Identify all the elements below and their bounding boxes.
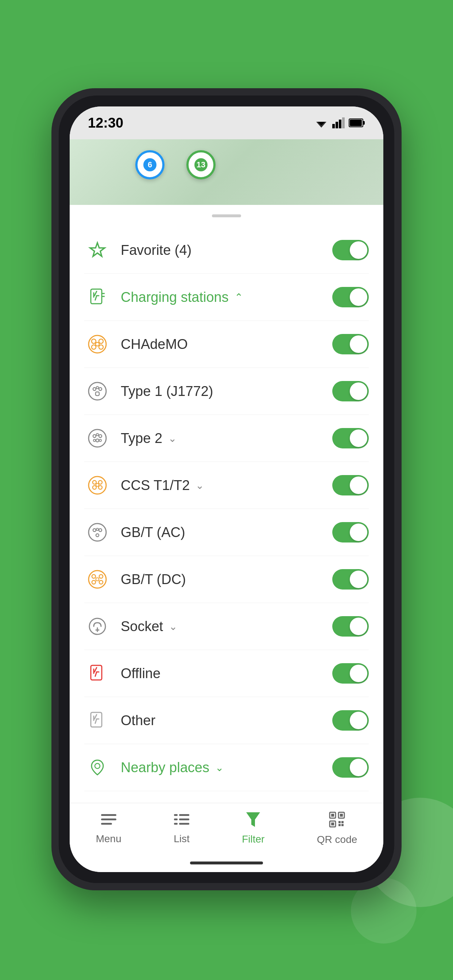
svg-point-18 [99, 339, 103, 344]
svg-point-45 [89, 571, 106, 588]
filter-item-type2: Type 2 ⌄ [84, 415, 369, 462]
toggle-gbt-dc[interactable] [332, 569, 369, 590]
toggle-ccs[interactable] [332, 475, 369, 495]
status-bar: 12:30 [70, 107, 383, 139]
toggle-type1[interactable] [332, 381, 369, 401]
svg-line-13 [95, 296, 97, 300]
svg-point-29 [99, 434, 102, 438]
toggle-type2[interactable] [332, 428, 369, 449]
type1-label: Type 1 (J1772) [121, 383, 322, 399]
svg-point-22 [89, 382, 106, 400]
svg-point-17 [91, 339, 96, 344]
filter-item-other: Other [84, 697, 369, 744]
svg-point-32 [99, 439, 101, 442]
svg-rect-66 [101, 818, 116, 820]
charging-stations-label: Charging stations ⌃ [121, 290, 322, 305]
nav-label-list: List [174, 833, 190, 845]
nearby-chevron: ⌄ [215, 762, 223, 774]
svg-rect-70 [174, 818, 178, 820]
toggle-socket[interactable] [332, 616, 369, 636]
svg-point-38 [99, 485, 102, 489]
nearby-icon [84, 754, 110, 781]
nav-label-qrcode: QR code [317, 834, 357, 845]
svg-point-28 [93, 434, 96, 438]
charging-stations-icon [84, 284, 110, 310]
nav-item-menu[interactable]: Menu [96, 813, 121, 845]
toggle-favorite[interactable] [332, 240, 369, 260]
svg-point-16 [89, 336, 106, 353]
toggle-other[interactable] [332, 710, 369, 730]
drag-handle[interactable] [70, 205, 383, 227]
filter-item-chademo: CHAdeMO [84, 321, 369, 368]
offline-icon [84, 660, 110, 687]
svg-point-41 [93, 529, 96, 531]
gbt-dc-icon [84, 566, 110, 592]
svg-point-42 [99, 529, 102, 531]
toggle-chademo[interactable] [332, 334, 369, 355]
filter-item-offline: Offline [84, 650, 369, 697]
type2-chevron: ⌄ [168, 433, 177, 444]
socket-chevron: ⌄ [169, 620, 177, 633]
svg-point-48 [92, 581, 96, 584]
toggle-charging-stations[interactable] [332, 287, 369, 307]
svg-rect-83 [338, 824, 341, 826]
svg-line-61 [94, 714, 97, 719]
svg-line-58 [95, 672, 97, 676]
battery-icon [349, 118, 365, 127]
gbt-ac-icon [84, 519, 110, 546]
filter-item-type1: Type 1 (J1772) [84, 368, 369, 415]
svg-point-19 [91, 345, 96, 349]
svg-point-46 [92, 574, 96, 578]
svg-point-49 [99, 581, 103, 584]
qrcode-icon [329, 812, 345, 831]
status-icons [315, 118, 365, 128]
svg-line-11 [94, 291, 97, 296]
phone-wrapper: 12:30 [51, 88, 402, 890]
svg-point-43 [96, 534, 99, 537]
charging-stations-chevron-up: ⌃ [234, 291, 243, 303]
bottom-nav: Menu Li [70, 803, 383, 854]
signal-icon [332, 118, 345, 128]
svg-point-44 [96, 528, 99, 530]
svg-point-20 [99, 345, 103, 349]
svg-rect-78 [340, 814, 343, 817]
svg-line-63 [95, 719, 97, 723]
filter-list: Favorite (4) [70, 227, 383, 803]
wifi-icon [315, 118, 328, 128]
toggle-offline[interactable] [332, 663, 369, 684]
chademo-label: CHAdeMO [121, 337, 322, 352]
nav-item-filter[interactable]: Filter [242, 812, 265, 845]
nav-item-list[interactable]: List [174, 813, 190, 845]
filter-item-gbt-ac: GB/T (AC) [84, 509, 369, 556]
home-bar [190, 862, 263, 864]
svg-rect-84 [341, 824, 344, 826]
gbt-dc-label: GB/T (DC) [121, 572, 322, 587]
filter-item-nearby: Nearby places ⌄ [84, 744, 369, 791]
svg-line-56 [94, 668, 97, 672]
svg-rect-3 [335, 122, 338, 128]
svg-point-47 [99, 574, 103, 578]
svg-point-33 [96, 433, 99, 436]
filter-item-ccs: CCS T1/T2 ⌄ [84, 462, 369, 509]
svg-rect-5 [342, 118, 345, 128]
nav-item-qrcode[interactable]: QR code [317, 812, 357, 845]
map-marker-2: 13 [187, 150, 215, 180]
svg-rect-65 [101, 814, 116, 816]
svg-rect-82 [341, 821, 344, 823]
toggle-nearby[interactable] [332, 757, 369, 778]
svg-point-24 [99, 388, 102, 390]
svg-point-35 [93, 480, 96, 484]
filter-item-favorite: Favorite (4) [84, 227, 369, 274]
svg-marker-74 [246, 812, 260, 827]
svg-point-64 [95, 764, 100, 768]
svg-point-31 [93, 439, 96, 442]
toggle-gbt-ac[interactable] [332, 522, 369, 542]
socket-icon [84, 613, 110, 640]
svg-rect-80 [331, 822, 334, 826]
svg-point-39 [96, 484, 99, 486]
home-indicator [70, 854, 383, 872]
svg-point-37 [93, 485, 96, 489]
status-time: 12:30 [88, 115, 123, 131]
chademo-icon [84, 331, 110, 357]
svg-rect-7 [363, 121, 365, 125]
